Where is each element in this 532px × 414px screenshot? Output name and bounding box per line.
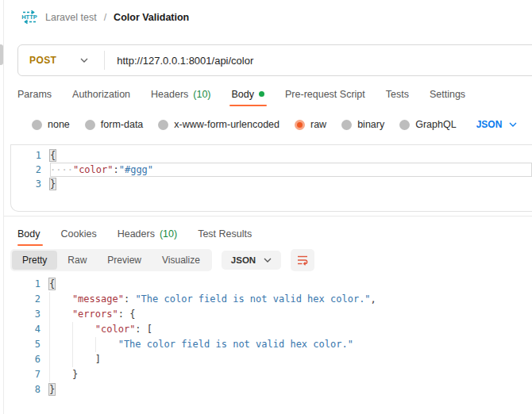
tab-params[interactable]: Params — [17, 82, 62, 106]
raw-language-label: JSON — [476, 119, 503, 130]
indent-guide — [49, 352, 72, 367]
code-content: "errors": { — [49, 307, 532, 322]
tab-label: Body — [232, 89, 255, 100]
code-line: 2"message": "The color field is not vali… — [10, 292, 532, 307]
code-token: , — [371, 293, 376, 305]
line-number: 8 — [10, 382, 49, 397]
method-select[interactable]: POST — [18, 55, 104, 66]
green-dot-icon — [259, 91, 264, 97]
code-content: "message": "The color field is not valid… — [49, 292, 532, 307]
radio-icon — [32, 120, 42, 130]
tab-label: Body — [17, 228, 40, 240]
radio-label: form-data — [101, 119, 144, 130]
indent-guide — [49, 322, 72, 337]
sidebar-resize-handle[interactable] — [0, 44, 3, 65]
line-number: 2 — [10, 292, 49, 307]
indent-guide — [72, 322, 95, 337]
tab-authorization[interactable]: Authorization — [62, 82, 141, 106]
method-label: POST — [29, 55, 56, 66]
view-visualize[interactable]: Visualize — [152, 251, 210, 270]
body-type-graphql[interactable]: GraphQL — [399, 119, 456, 130]
indent-guide — [95, 337, 118, 352]
code-token: "#ggg" — [119, 164, 153, 175]
raw-language-select[interactable]: JSON — [476, 119, 518, 130]
code-content: ] — [49, 352, 532, 367]
code-content: } — [50, 177, 532, 191]
body-type-form-data[interactable]: form-data — [85, 119, 144, 130]
response-tab-body[interactable]: Body — [17, 222, 51, 246]
radio-icon — [341, 120, 352, 130]
matched-bracket: { — [49, 278, 55, 289]
tab-headers[interactable]: Headers(10) — [141, 82, 221, 106]
radio-label: GraphQL — [415, 119, 456, 130]
code-token: "errors" — [72, 309, 118, 320]
code-token: "The color field is not valid hex color.… — [118, 339, 353, 350]
radio-label: x-www-form-urlencoded — [174, 119, 279, 130]
tab-tests[interactable]: Tests — [376, 82, 419, 106]
chevron-down-icon — [80, 58, 88, 63]
response-language-select[interactable]: JSON — [222, 251, 281, 270]
view-preview[interactable]: Preview — [97, 251, 152, 270]
request-body-editor[interactable]: 1{2····"color":"#ggg"3} — [10, 144, 532, 212]
code-line: 7} — [10, 367, 532, 382]
code-content: ····"color":"#ggg" — [50, 163, 532, 177]
code-line: 1{ — [11, 148, 532, 163]
radio-label: none — [48, 119, 70, 130]
tab-label: Authorization — [72, 89, 130, 100]
tab-pre-request-script[interactable]: Pre-request Script — [275, 82, 376, 106]
view-raw[interactable]: Raw — [57, 251, 97, 270]
indent-guide — [49, 337, 72, 352]
body-type-binary[interactable]: binary — [341, 119, 384, 130]
text-wrap-button[interactable] — [291, 249, 314, 271]
code-token: "The color field is not valid hex color.… — [135, 293, 370, 305]
matched-bracket: } — [50, 178, 56, 190]
tab-label: Cookies — [61, 228, 97, 240]
line-number: 1 — [10, 277, 49, 292]
active-tab-underline — [17, 244, 43, 246]
tab-label: Pre-request Script — [285, 89, 365, 100]
tab-label: Headers — [151, 89, 188, 100]
tab-settings[interactable]: Settings — [419, 82, 476, 106]
code-line: 6] — [10, 352, 532, 367]
radio-icon — [399, 120, 410, 130]
radio-label: binary — [357, 119, 384, 130]
breadcrumb-request-name[interactable]: Color Validation — [114, 12, 189, 23]
url-input[interactable]: http://127.0.0.1:8001/api/color — [105, 55, 532, 67]
radio-label: raw — [310, 119, 326, 130]
radio-icon — [85, 120, 95, 130]
line-number: 3 — [10, 307, 49, 322]
response-tabs: BodyCookiesHeaders(10)Test Results — [17, 222, 262, 246]
response-language-label: JSON — [231, 255, 256, 265]
body-type-none[interactable]: none — [32, 119, 70, 130]
request-response-divider[interactable] — [0, 216, 532, 217]
http-request-icon: HTTP — [21, 10, 38, 25]
radio-icon — [295, 120, 305, 130]
tab-label: Settings — [430, 89, 465, 100]
code-line: 3"errors": { — [10, 307, 532, 322]
response-body-editor[interactable]: 1{2"message": "The color field is not va… — [10, 277, 532, 397]
response-tab-test-results[interactable]: Test Results — [187, 222, 262, 246]
line-number: 6 — [10, 352, 49, 367]
chevron-down-icon — [264, 258, 272, 263]
response-tab-cookies[interactable]: Cookies — [51, 222, 107, 246]
code-content: "The color field is not valid hex color.… — [49, 337, 532, 352]
breadcrumb-collection[interactable]: Laravel test — [45, 12, 97, 23]
text-wrap-icon — [296, 254, 309, 266]
response-tab-headers[interactable]: Headers(10) — [107, 222, 187, 246]
code-line: 1{ — [10, 277, 532, 292]
body-type-raw[interactable]: raw — [295, 119, 326, 130]
code-token: "color" — [73, 164, 114, 175]
code-token: : — [124, 293, 135, 305]
view-pretty[interactable]: Pretty — [12, 251, 57, 270]
matched-bracket: { — [50, 150, 56, 161]
tab-body[interactable]: Body — [222, 82, 276, 106]
body-type-x-www-form-urlencoded[interactable]: x-www-form-urlencoded — [158, 119, 279, 130]
code-token: } — [72, 369, 78, 380]
line-number: 7 — [10, 367, 49, 382]
indent-guide — [72, 352, 95, 367]
tab-label: Headers — [118, 228, 155, 240]
line-number: 3 — [11, 177, 50, 191]
code-token: : — [113, 164, 118, 175]
line-number: 5 — [10, 337, 49, 352]
tab-label: Tests — [386, 89, 409, 100]
